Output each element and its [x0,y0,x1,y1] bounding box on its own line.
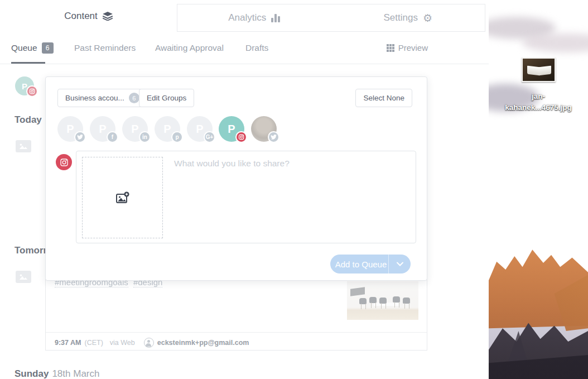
open-book-image [527,66,551,75]
avatar-letter: P [66,123,74,136]
nav-content-label: Content [64,11,98,22]
bar-chart-icon [271,14,280,22]
day-heading-today: Today [15,114,42,126]
tab-queue-label: Queue [11,43,37,53]
buffer-app-window: Content Analytics Settings ⚙ [0,0,489,379]
file-name-label: jan- kahanek...4675.jpg [489,91,588,113]
account-avatar-pinterest[interactable]: P p [155,116,180,142]
day-heading-sunday: Sunday18th March [15,368,99,379]
queue-count-badge: 6 [42,42,54,54]
select-none-button[interactable]: Select None [355,89,412,107]
composer-modal: Business accou... 6 Edit Groups Select N… [45,76,427,281]
instagram-composer-icon [56,154,72,170]
tab-past-reminders[interactable]: Past Reminders [74,32,136,64]
group-selector-label: Business accou... [65,94,124,102]
macos-desktop: jan- kahanek...4675.jpg [489,0,588,379]
twitter-icon [268,131,279,143]
tab-awaiting-approval[interactable]: Awaiting Approval [155,32,224,64]
compose-textarea[interactable]: What would you like to share? [76,151,416,243]
top-navigation: Content Analytics Settings ⚙ [0,0,489,32]
tab-drafts-label: Drafts [245,43,268,53]
linkedin-icon: in [139,131,151,143]
facebook-icon: f [107,131,118,143]
avatar-letter: P [99,123,106,136]
nav-analytics-label: Analytics [228,12,266,23]
queue-item-avatar: P [15,76,34,95]
grid-icon [387,44,394,52]
active-tab-underline [11,62,45,64]
tab-past-reminders-label: Past Reminders [74,43,136,53]
tab-queue[interactable]: Queue 6 [11,32,54,64]
image-placeholder-icon [16,271,31,283]
account-avatar-instagram-selected[interactable]: P [219,116,244,142]
sunday-date: 18th March [52,368,99,379]
post-account-email: ecksteinmk+pp@gmail.com [157,339,249,347]
post-time: 9:37 AM [55,339,81,347]
screen: Content Analytics Settings ⚙ [0,0,588,379]
compose-placeholder: What would you like to share? [174,159,290,169]
layers-icon [103,12,113,21]
instagram-icon [235,131,247,143]
queue-tabbar: Queue 6 Past Reminders Awaiting Approval… [0,32,489,64]
gear-icon: ⚙ [423,13,432,23]
post-footer-divider [46,332,427,333]
instagram-icon [26,85,38,97]
account-avatar-personal-twitter[interactable] [251,116,277,142]
avatar-letter: P [228,123,235,136]
file-thumbnail [522,57,556,82]
account-avatar-linkedin[interactable]: P in [122,116,148,142]
image-placeholder-icon [16,140,31,152]
meeting-room-image [347,281,418,320]
post-photo-thumbnail[interactable] [347,281,418,320]
avatar-letter: P [196,123,203,136]
nav-analytics[interactable]: Analytics [177,4,331,31]
avatar-letter: P [131,123,138,136]
account-avatar-facebook[interactable]: P f [90,116,115,142]
edit-groups-button[interactable]: Edit Groups [139,89,194,107]
add-to-queue-dropdown[interactable] [388,255,411,274]
desktop-file-jpg[interactable]: jan- kahanek...4675.jpg [489,57,588,113]
wallpaper-cloud [522,33,588,52]
media-upload-dropzone[interactable] [82,157,163,238]
person-icon [144,338,154,348]
pinterest-icon: p [171,131,183,143]
nav-inactive-group: Analytics Settings ⚙ [177,4,485,32]
twitter-icon [74,131,86,143]
add-to-queue-button[interactable]: Add to Queue [330,255,411,274]
post-via: via Web [110,339,135,347]
preview-label: Preview [398,43,428,52]
preview-toggle[interactable]: Preview [387,32,428,64]
select-none-label: Select None [363,94,404,102]
add-image-icon [116,191,129,204]
tab-drafts[interactable]: Drafts [245,32,268,64]
sunday-label: Sunday [15,368,49,379]
post-account: ecksteinmk+pp@gmail.com [144,338,249,348]
wallpaper-mountains [489,246,588,379]
account-avatar-twitter[interactable]: P [57,116,83,142]
account-avatar-googleplus[interactable]: P G+ [187,116,213,142]
nav-content[interactable]: Content [0,0,177,32]
tab-awaiting-approval-label: Awaiting Approval [155,43,224,53]
avatar-letter: P [163,123,171,136]
edit-groups-label: Edit Groups [147,94,186,102]
post-timezone: (CET) [84,339,103,347]
nav-settings[interactable]: Settings ⚙ [331,4,485,31]
googleplus-icon: G+ [204,131,215,143]
chevron-down-icon [397,262,403,266]
post-footer: 9:37 AM (CET) via Web ecksteinmk+pp@gmai… [55,338,249,348]
nav-settings-label: Settings [384,12,418,23]
group-selector-button[interactable]: Business accou... 6 [57,89,147,107]
add-to-queue-label: Add to Queue [330,260,388,269]
group-count-badge: 6 [129,93,139,103]
